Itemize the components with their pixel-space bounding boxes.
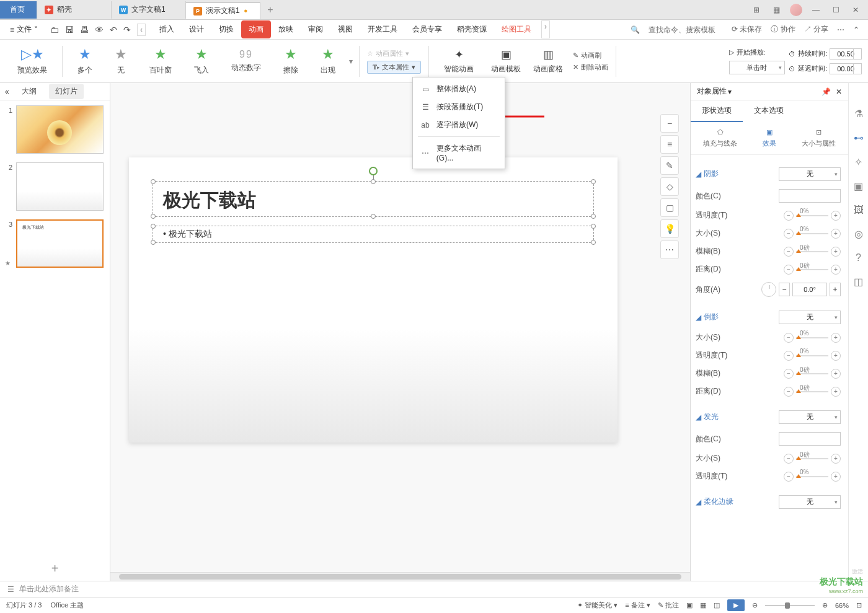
comments-button[interactable]: ✎ 批注 [658, 601, 679, 610]
close-button[interactable]: ✕ [849, 6, 862, 14]
dropdown-play-all[interactable]: ▭整体播放(A) [413, 80, 505, 98]
save-icon[interactable]: 🖫 [65, 25, 74, 35]
fit-button[interactable]: ⊡ [856, 601, 862, 609]
slide-canvas[interactable]: 极光下载站 • 极光下载站 [129, 157, 618, 443]
handle[interactable] [591, 240, 596, 245]
reflection-size-slider[interactable]: −0%+ [784, 333, 841, 343]
unsaved-button[interactable]: ⟳ 未保存 [732, 24, 762, 35]
notes-bar[interactable]: ☰ 单击此处添加备注 [0, 581, 868, 597]
glow-preset-select[interactable]: 无 [779, 410, 841, 424]
grid-icon[interactable]: ⊞ [750, 6, 763, 14]
tab-slideshow[interactable]: 放映 [271, 20, 301, 38]
undo-icon[interactable]: ↶ [110, 25, 117, 35]
shadow-transparency-slider[interactable]: −0%+ [784, 211, 841, 221]
minimize-button[interactable]: — [810, 6, 822, 14]
view-normal-icon[interactable]: ▣ [686, 601, 693, 609]
zoom-slider[interactable] [765, 605, 815, 606]
slide-thumbnail-1[interactable]: 1 [2, 105, 107, 154]
handle[interactable] [151, 214, 156, 219]
apps-icon[interactable]: ▦ [770, 6, 782, 14]
anim-pane-button[interactable]: ▥动画窗格 [527, 48, 569, 74]
text-props-button[interactable]: 𝐓▸ 文本属性 ▾ [367, 61, 421, 74]
shadow-blur-slider[interactable]: −0磅+ [784, 247, 841, 257]
more-icon[interactable]: ⋯ [837, 25, 844, 34]
shadow-distance-slider[interactable]: −0磅+ [784, 265, 841, 275]
horizontal-scrollbar[interactable] [110, 572, 690, 581]
tab-developer[interactable]: 开发工具 [360, 20, 405, 38]
anim-none[interactable]: ★无 [104, 46, 138, 76]
tab-presentation[interactable]: P 演示文稿1 • [186, 2, 260, 19]
rail-image-icon[interactable]: 🖼 [854, 205, 864, 216]
start-select[interactable]: 单击时 [729, 61, 785, 74]
rail-settings-icon[interactable]: ⊷ [854, 132, 864, 144]
scroll-right-icon[interactable]: › [541, 20, 550, 38]
notes-placeholder[interactable]: 单击此处添加备注 [19, 584, 79, 594]
shadow-color-select[interactable] [779, 189, 841, 203]
anim-props-button[interactable]: ☆ 动画属性 ▾ [367, 49, 421, 58]
more-tools-button[interactable]: ⋯ [660, 240, 679, 259]
reflection-preset-select[interactable]: 无 [779, 311, 841, 324]
rotation-handle[interactable] [369, 167, 378, 175]
angle-value[interactable]: 0.0° [792, 283, 827, 296]
tab-drawing-tools[interactable]: 绘图工具 [494, 20, 539, 38]
tab-insert[interactable]: 插入 [152, 20, 182, 38]
rail-location-icon[interactable]: ◎ [854, 228, 863, 240]
slide-thumbnail-2[interactable]: 2 [2, 162, 107, 211]
beautify-button[interactable]: ✦ 智能美化 ▾ [577, 601, 618, 610]
tab-shape-options[interactable]: 形状选项 [691, 100, 743, 122]
add-slide-button[interactable]: + [0, 557, 110, 581]
redo-icon[interactable]: ↷ [123, 25, 131, 35]
zoom-out-button[interactable]: ⊖ [752, 601, 758, 609]
file-menu[interactable]: ≡ 文件 ˅ [4, 24, 44, 35]
dropdown-play-paragraph[interactable]: ☰按段落播放(T) [413, 98, 505, 116]
handle[interactable] [371, 179, 376, 184]
tab-transition[interactable]: 切换 [211, 20, 241, 38]
rail-dock-icon[interactable]: ◫ [854, 276, 863, 288]
glow-size-slider[interactable]: −0磅+ [784, 454, 841, 464]
shape-button[interactable]: ◇ [660, 177, 679, 196]
scroll-left-icon[interactable]: ‹ [137, 24, 146, 36]
anim-flyin[interactable]: ★飞入 [183, 46, 220, 76]
glow-title[interactable]: ◢ 发光 [696, 409, 719, 425]
bullet-text[interactable]: • 极光下载站 [153, 226, 593, 242]
anim-painter-button[interactable]: ✎ 动画刷 [573, 51, 608, 60]
tab-design[interactable]: 设计 [182, 20, 211, 38]
tab-member[interactable]: 会员专享 [405, 20, 450, 38]
view-reading-icon[interactable]: ◫ [714, 601, 720, 609]
close-panel-icon[interactable]: ✕ [836, 87, 842, 96]
notes-button[interactable]: ≡ 备注 ▾ [625, 601, 650, 610]
avatar[interactable] [790, 4, 802, 16]
tab-view[interactable]: 视图 [330, 20, 360, 38]
soft-edge-title[interactable]: ◢ 柔化边缘 [696, 494, 733, 509]
handle[interactable] [371, 214, 376, 219]
print-icon[interactable]: 🖶 [80, 25, 89, 35]
anim-number[interactable]: 99动态数字 [220, 49, 272, 73]
tab-home[interactable]: 首页 [0, 1, 37, 19]
slides-tab[interactable]: 幻灯片 [49, 84, 84, 99]
subtab-fill[interactable]: ⬠填充与线条 [703, 128, 737, 148]
anim-blinds[interactable]: ★百叶窗 [138, 46, 183, 76]
rail-assistant-icon[interactable]: ⚗ [854, 108, 863, 120]
reflection-blur-slider[interactable]: −0磅+ [784, 369, 841, 379]
search-input[interactable] [649, 25, 723, 34]
gallery-more-icon[interactable]: ▾ [347, 57, 355, 66]
handle[interactable] [151, 224, 156, 229]
handle[interactable] [591, 214, 596, 219]
preview-button[interactable]: ▷★ 预览效果 [6, 46, 58, 76]
anim-multiple[interactable]: ★多个 [66, 46, 104, 76]
zoom-in-button[interactable]: ⊕ [822, 601, 828, 609]
anim-appear[interactable]: ★出现 [309, 46, 347, 76]
delete-anim-button[interactable]: ✕ 删除动画 [573, 63, 608, 72]
angle-minus[interactable]: − [779, 283, 790, 296]
handle[interactable] [591, 179, 596, 184]
outline-tab[interactable]: 大纲 [16, 84, 43, 99]
open-icon[interactable]: 🗀 [50, 25, 59, 35]
handle[interactable] [591, 224, 596, 229]
rail-help-icon[interactable]: ? [856, 252, 861, 263]
subtab-effect[interactable]: ▣效果 [763, 128, 776, 148]
tab-animation[interactable]: 动画 [241, 20, 271, 38]
tab-review[interactable]: 审阅 [301, 20, 330, 38]
collapse-ribbon-icon[interactable]: ⌃ [853, 25, 859, 34]
collab-button[interactable]: ⓘ 协作 [771, 24, 795, 35]
shadow-size-slider[interactable]: −0%+ [784, 229, 841, 239]
